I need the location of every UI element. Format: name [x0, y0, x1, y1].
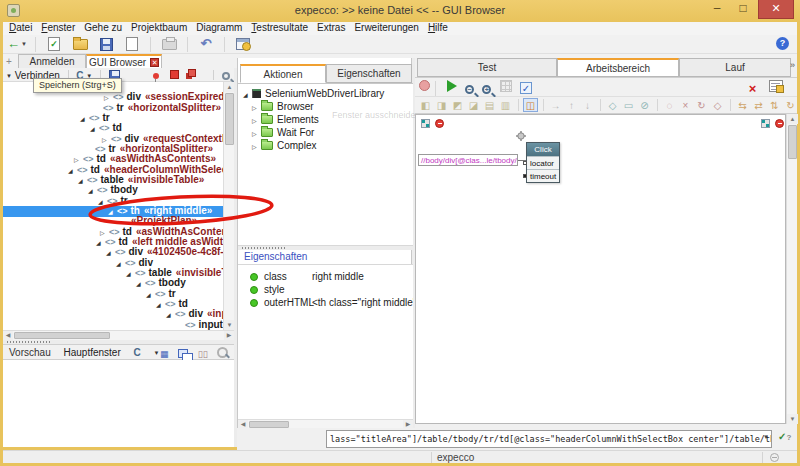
- menu-item-testresultate[interactable]: Testresultate: [251, 22, 308, 33]
- xpath-input[interactable]: lass="titleArea"]/table/tbody/tr/td[@cla…: [326, 430, 772, 448]
- properties-splitter[interactable]: [238, 245, 413, 250]
- diagram-tool-icon[interactable]: ▤: [482, 99, 497, 113]
- record-stop-icon[interactable]: [170, 70, 179, 79]
- menu-item-erweiterungen[interactable]: Erweiterungen: [354, 22, 418, 33]
- grid-view-icon[interactable]: ▦: [159, 349, 170, 360]
- diagram-tool-icon[interactable]: ⇅: [767, 99, 782, 113]
- diagram-tool-icon[interactable]: ↻: [783, 99, 797, 113]
- minimize-button[interactable]: –: [704, 0, 730, 19]
- scroll-right-icon[interactable]: ▶: [403, 420, 413, 428]
- node-pin-timeout[interactable]: timeout: [527, 169, 559, 182]
- preview-refresh-button[interactable]: C: [134, 347, 141, 358]
- grid-toggle-icon[interactable]: [500, 80, 512, 92]
- property-row[interactable]: outerHTML<th class="right middle" expecc…: [250, 296, 413, 309]
- undo-button[interactable]: ↶: [196, 36, 216, 53]
- record-pin-icon[interactable]: [153, 73, 159, 79]
- pin-settings-icon[interactable]: [421, 119, 430, 128]
- maximize-button[interactable]: □: [730, 0, 756, 19]
- zoom-out-icon[interactable]: −: [465, 85, 474, 94]
- pin-settings-icon[interactable]: [761, 119, 770, 128]
- back-button[interactable]: ←▼: [7, 36, 27, 53]
- expander-open-icon[interactable]: ◢: [243, 89, 252, 102]
- pin-icon[interactable]: [523, 161, 527, 165]
- step-node-title[interactable]: Click: [527, 143, 559, 156]
- diagram-tool-icon[interactable]: ×: [678, 99, 693, 113]
- menu-item-projektbaum[interactable]: Projektbaum: [131, 22, 187, 33]
- diagram-tool-icon[interactable]: ◫: [523, 98, 538, 112]
- menu-item-extras[interactable]: Extras: [317, 22, 345, 33]
- close-button[interactable]: ✕: [758, 0, 794, 19]
- properties-horizontal-scrollbar[interactable]: ◀ ▶: [238, 419, 413, 428]
- scrollbar-thumb[interactable]: [249, 421, 289, 428]
- save-button[interactable]: [96, 36, 116, 53]
- menu-item-hilfe[interactable]: Hilfe: [428, 22, 448, 33]
- property-row[interactable]: style: [250, 283, 413, 296]
- menu-item-datei[interactable]: Datei: [9, 22, 32, 33]
- scroll-left-icon[interactable]: ◀: [238, 420, 248, 428]
- run-icon[interactable]: [447, 80, 457, 92]
- snap-checkbox[interactable]: ✓: [520, 82, 532, 94]
- diagram-tool-icon[interactable]: ⊘: [637, 99, 652, 113]
- diagram-tool-icon[interactable]: ⇄: [751, 99, 766, 113]
- canvas-vertical-scrollbar[interactable]: ▲ ▼: [786, 114, 797, 424]
- diagram-tool-icon[interactable]: ◇: [710, 99, 725, 113]
- tab-aktionen[interactable]: Aktionen: [240, 64, 326, 83]
- diagram-tool-icon[interactable]: ◨: [434, 99, 449, 113]
- validate-path-icon[interactable]: ✓: [778, 431, 792, 445]
- tab-anmelden[interactable]: Anmelden: [18, 54, 86, 68]
- new-window-button[interactable]: [122, 36, 142, 53]
- library-folder-wait-for[interactable]: ▷Wait For: [252, 126, 427, 139]
- breakpoint-icon[interactable]: [435, 119, 444, 128]
- library-root[interactable]: ◢SeleniumWebDriverLibrary: [243, 87, 418, 100]
- edit-note-icon[interactable]: [769, 80, 783, 92]
- open-folder-button[interactable]: [70, 36, 90, 53]
- scroll-right-icon[interactable]: ▶: [224, 331, 234, 340]
- diagram-tool-icon[interactable]: ▥: [498, 99, 513, 113]
- zoom-in-icon[interactable]: +: [482, 85, 491, 94]
- add-tab-button[interactable]: +: [6, 56, 12, 67]
- diagram-tool-icon[interactable]: ◧: [418, 99, 433, 113]
- scroll-left-icon[interactable]: ◀: [3, 331, 13, 340]
- diagram-tool-icon[interactable]: ◩: [450, 99, 465, 113]
- scroll-up-icon[interactable]: ▲: [787, 114, 798, 124]
- tree-row[interactable]: <>input«: [3, 320, 234, 330]
- diagram-tool-icon[interactable]: ◪: [466, 99, 481, 113]
- close-tab-icon[interactable]: ✕: [150, 58, 159, 67]
- record-icon[interactable]: [419, 80, 430, 91]
- inspect-element-icon[interactable]: [222, 72, 230, 80]
- diagram-tool-icon[interactable]: ↻: [694, 99, 709, 113]
- zoom-preview-icon[interactable]: [217, 347, 228, 358]
- scrollbar-thumb[interactable]: [788, 125, 797, 159]
- menu-item-fenster[interactable]: Fenster: [41, 22, 75, 33]
- diagram-tool-icon[interactable]: ▭: [621, 99, 636, 113]
- tree-horizontal-scrollbar[interactable]: ◀ ▶: [3, 330, 234, 340]
- diagram-tool-icon[interactable]: ↓: [580, 99, 595, 113]
- xpath-dropdown-icon[interactable]: ▼: [760, 429, 772, 445]
- breakpoint-icon[interactable]: [775, 119, 784, 128]
- mainwindow-label[interactable]: Hauptfenster: [63, 347, 120, 358]
- tree-row[interactable]: ◢<>div«4102450e-4c8f-476d-: [3, 247, 234, 258]
- delete-icon[interactable]: ×: [749, 81, 757, 96]
- tab-lauf[interactable]: Lauf: [679, 58, 791, 77]
- help-icon[interactable]: ?: [776, 37, 789, 50]
- locator-value-box[interactable]: //body/div[@clas...le/tbody/tr[1]/th: [418, 154, 518, 166]
- diagram-tool-icon[interactable]: ◇: [605, 99, 620, 113]
- tree-vertical-scrollbar[interactable]: ▲ ▼: [223, 82, 234, 330]
- menu-item-gehe-zu[interactable]: Gehe zu: [84, 22, 122, 33]
- accept-doc-button[interactable]: ✓: [44, 36, 64, 53]
- tab-gui-browser[interactable]: GUI Browser✕: [86, 54, 162, 69]
- cascade-windows-icon[interactable]: [178, 349, 188, 358]
- menu-item-diagramm[interactable]: Diagramm: [196, 22, 242, 33]
- library-folder-complex[interactable]: ▷Complex: [252, 139, 427, 152]
- pin-icon[interactable]: [523, 174, 527, 178]
- toolbar-overflow-icon[interactable]: »: [790, 60, 795, 70]
- workspace-button[interactable]: [233, 36, 253, 53]
- expander-closed-icon[interactable]: ▷: [252, 141, 261, 154]
- record-copy-icon[interactable]: [188, 69, 196, 77]
- diagram-tool-icon[interactable]: ⇆: [735, 99, 750, 113]
- tree-row[interactable]: ◢<>td«headerColumnWithSelectBox center»: [3, 165, 234, 176]
- property-row[interactable]: classright middle: [250, 270, 413, 283]
- gear-icon[interactable]: [516, 131, 526, 141]
- diagram-tool-icon[interactable]: ↑: [564, 99, 579, 113]
- scrollbar-thumb[interactable]: [14, 332, 110, 339]
